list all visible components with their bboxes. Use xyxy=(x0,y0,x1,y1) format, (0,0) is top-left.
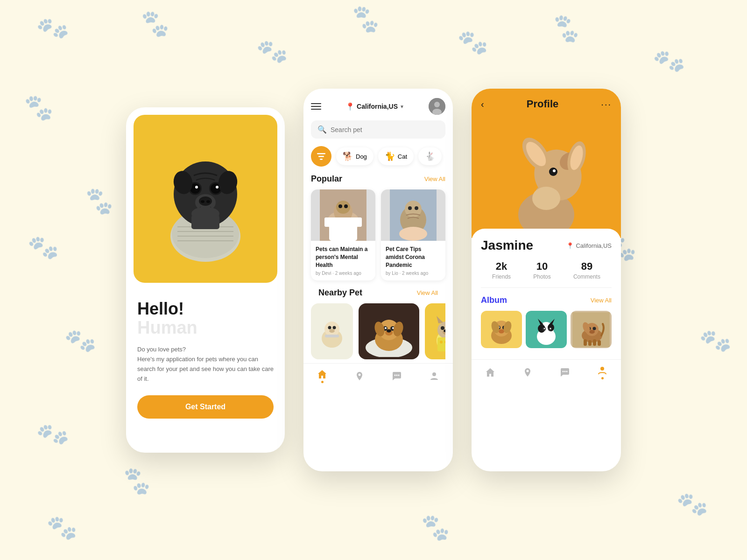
profile-nav-location[interactable] xyxy=(522,367,533,378)
album-view-all[interactable]: View All xyxy=(591,297,612,304)
svg-point-63 xyxy=(441,326,444,330)
popular-card-image-1 xyxy=(311,189,375,241)
album-thumb-1[interactable] xyxy=(481,311,522,348)
profile-nav-home[interactable] xyxy=(485,367,495,378)
stats-row: 2k Friends 10 Photos 89 Comments xyxy=(481,260,612,288)
greeting-text: Hello! xyxy=(137,300,274,318)
svg-point-73 xyxy=(359,374,361,376)
popular-card-2[interactable]: Pet Care Tips amidst Corona Pandemic by … xyxy=(381,189,445,280)
dog-hero-image xyxy=(486,107,607,238)
friends-count: 2k xyxy=(492,260,511,273)
popular-grid: Pets can Maintain a person's Mental Heal… xyxy=(303,189,453,288)
location-text: California,US xyxy=(357,103,398,110)
nav-profile[interactable] xyxy=(429,371,439,381)
comments-count: 89 xyxy=(573,260,600,273)
svg-point-74 xyxy=(395,375,396,376)
svg-point-84 xyxy=(553,169,556,172)
svg-point-122 xyxy=(527,370,529,372)
location-selector[interactable]: 📍 California,US ▼ xyxy=(345,102,404,111)
category-dog[interactable]: 🐕 Dog xyxy=(336,147,374,165)
svg-point-126 xyxy=(600,367,604,371)
cat-label: Cat xyxy=(398,153,407,160)
nearby-card-1[interactable] xyxy=(311,303,353,359)
svg-rect-25 xyxy=(318,156,324,157)
photos-label: Photos xyxy=(533,273,550,280)
svg-point-11 xyxy=(195,186,198,189)
profile-name: Jasmine xyxy=(481,238,533,253)
nearby-image-3 xyxy=(425,303,445,359)
nav-home[interactable] xyxy=(317,369,327,383)
popular-card-meta-2: by Lio · 2 weeks ago xyxy=(386,271,441,276)
svg-point-70 xyxy=(440,341,443,343)
svg-point-116 xyxy=(589,330,595,334)
svg-point-124 xyxy=(564,371,566,372)
svg-point-57 xyxy=(387,329,391,333)
svg-point-32 xyxy=(344,204,348,208)
popular-section-header: Popular View All xyxy=(303,174,453,189)
popular-card-body-1: Pets can Maintain a person's Mental Heal… xyxy=(311,241,375,280)
profile-nav-profile[interactable] xyxy=(597,365,607,379)
svg-point-46 xyxy=(329,329,335,333)
popular-card-1[interactable]: Pets can Maintain a person's Mental Heal… xyxy=(311,189,375,280)
user-avatar[interactable] xyxy=(429,98,445,115)
profile-hero: ‹ Profile ··· xyxy=(472,89,621,238)
profile-screen: ‹ Profile ··· xyxy=(472,89,621,471)
get-started-button[interactable]: Get Started xyxy=(137,395,274,419)
album-thumb-2[interactable] xyxy=(526,311,567,348)
album-thumb-3[interactable] xyxy=(571,311,612,348)
svg-rect-47 xyxy=(325,335,339,337)
svg-point-38 xyxy=(408,206,412,210)
category-cat[interactable]: 🐈 Cat xyxy=(378,147,414,165)
svg-point-30 xyxy=(336,201,350,214)
popular-card-image-2 xyxy=(381,189,445,241)
dog-icon: 🐕 xyxy=(343,151,353,161)
rabbit-icon: 🐇 xyxy=(425,151,435,161)
svg-rect-26 xyxy=(320,159,323,160)
filter-button[interactable] xyxy=(311,146,331,167)
stat-comments: 89 Comments xyxy=(573,260,600,280)
album-header: Album View All xyxy=(481,295,612,305)
nearby-title: Nearby Pet xyxy=(318,288,362,298)
svg-point-31 xyxy=(338,204,342,208)
nearby-image-2 xyxy=(359,303,419,359)
nearby-image-1 xyxy=(311,303,353,359)
svg-point-14 xyxy=(199,196,212,206)
bottom-nav xyxy=(303,363,453,391)
category-rabbit[interactable]: 🐇 xyxy=(418,147,442,165)
location-pin-icon: 📍 xyxy=(345,102,355,111)
svg-rect-33 xyxy=(329,224,357,241)
nearby-card-3[interactable] xyxy=(425,303,445,359)
svg-point-22 xyxy=(434,102,440,107)
nearby-card-2[interactable] xyxy=(359,303,419,359)
search-icon: 🔍 xyxy=(317,125,327,134)
profile-nav-chat[interactable] xyxy=(560,367,570,378)
svg-rect-24 xyxy=(317,153,325,154)
popular-view-all[interactable]: View All xyxy=(424,175,445,182)
search-input[interactable] xyxy=(331,126,439,133)
back-button[interactable]: ‹ xyxy=(481,99,484,110)
svg-point-75 xyxy=(396,375,398,376)
popular-card-title-2: Pet Care Tips amidst Corona Pandemic xyxy=(386,245,441,269)
svg-point-16 xyxy=(206,200,210,203)
welcome-content: Hello! Human Do you love pets? Here's my… xyxy=(126,290,285,428)
popular-title: Popular xyxy=(311,174,342,184)
svg-rect-69 xyxy=(437,337,445,351)
nearby-section-header: Nearby Pet View All xyxy=(311,288,445,303)
svg-point-115 xyxy=(593,327,596,330)
svg-point-76 xyxy=(398,375,400,376)
svg-point-123 xyxy=(563,371,564,372)
svg-point-97 xyxy=(499,329,504,333)
profile-name-row: Jasmine 📍 California,US xyxy=(481,238,612,253)
profile-location: 📍 California,US xyxy=(566,242,612,249)
nav-chat[interactable] xyxy=(392,371,402,381)
nav-location[interactable] xyxy=(354,371,365,381)
svg-point-12 xyxy=(216,186,218,189)
hamburger-menu[interactable] xyxy=(311,103,321,110)
search-bar[interactable]: 🔍 xyxy=(311,120,445,139)
svg-point-15 xyxy=(201,200,204,203)
nearby-scroll xyxy=(311,303,445,359)
nearby-view-all[interactable]: View All xyxy=(417,289,438,296)
svg-rect-34 xyxy=(324,217,362,227)
nearby-section: Nearby Pet View All xyxy=(303,288,453,359)
profile-content: Jasmine 📍 California,US 2k Friends 10 Ph… xyxy=(472,229,621,357)
